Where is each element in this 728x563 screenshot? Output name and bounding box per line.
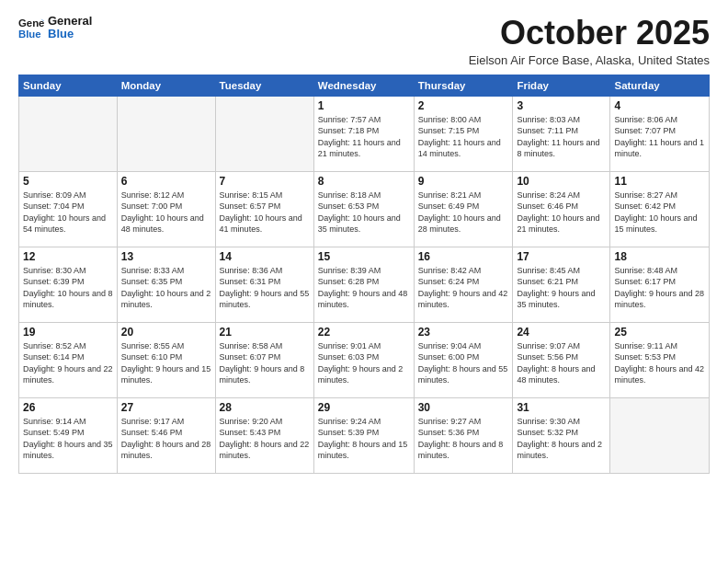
calendar-day-cell: 22Sunrise: 9:01 AMSunset: 6:03 PMDayligh… (313, 322, 414, 397)
weekday-header: Friday (513, 75, 610, 96)
day-number: 28 (220, 401, 310, 414)
calendar-day-cell: 12Sunrise: 8:30 AMSunset: 6:39 PMDayligh… (19, 247, 118, 322)
calendar-page: General Blue General Blue October 2025 E… (0, 0, 728, 563)
calendar-day-cell: 21Sunrise: 8:58 AMSunset: 6:07 PMDayligh… (215, 322, 313, 397)
day-number: 1 (318, 99, 410, 112)
weekday-header-row: SundayMondayTuesdayWednesdayThursdayFrid… (19, 75, 710, 96)
logo-blue: Blue (48, 28, 92, 40)
day-number: 2 (418, 99, 509, 112)
day-number: 4 (614, 99, 705, 112)
day-info: Sunrise: 8:55 AMSunset: 6:10 PMDaylight:… (121, 340, 211, 386)
day-info: Sunrise: 8:00 AMSunset: 7:15 PMDaylight:… (418, 114, 509, 160)
calendar-day-cell (610, 397, 710, 473)
day-number: 3 (517, 99, 606, 112)
calendar-day-cell (19, 96, 118, 171)
day-number: 29 (318, 401, 410, 414)
day-info: Sunrise: 9:27 AMSunset: 5:36 PMDaylight:… (418, 416, 509, 462)
day-info: Sunrise: 9:30 AMSunset: 5:32 PMDaylight:… (517, 416, 606, 462)
calendar-day-cell: 17Sunrise: 8:45 AMSunset: 6:21 PMDayligh… (513, 247, 610, 322)
calendar-week-row: 1Sunrise: 7:57 AMSunset: 7:18 PMDaylight… (19, 96, 710, 171)
calendar-table: SundayMondayTuesdayWednesdayThursdayFrid… (18, 75, 710, 474)
day-info: Sunrise: 8:06 AMSunset: 7:07 PMDaylight:… (614, 114, 705, 160)
day-info: Sunrise: 8:39 AMSunset: 6:28 PMDaylight:… (318, 265, 410, 311)
day-info: Sunrise: 8:24 AMSunset: 6:46 PMDaylight:… (517, 190, 606, 236)
calendar-title: October 2025 (469, 15, 710, 52)
weekday-header: Thursday (414, 75, 513, 96)
day-info: Sunrise: 8:21 AMSunset: 6:49 PMDaylight:… (418, 190, 509, 236)
calendar-week-row: 5Sunrise: 8:09 AMSunset: 7:04 PMDaylight… (19, 171, 710, 247)
day-info: Sunrise: 8:48 AMSunset: 6:17 PMDaylight:… (614, 265, 705, 311)
calendar-day-cell: 8Sunrise: 8:18 AMSunset: 6:53 PMDaylight… (313, 171, 414, 247)
day-number: 22 (318, 326, 410, 339)
day-number: 25 (614, 326, 705, 339)
day-info: Sunrise: 9:01 AMSunset: 6:03 PMDaylight:… (318, 340, 410, 386)
day-number: 14 (220, 250, 310, 263)
calendar-day-cell: 29Sunrise: 9:24 AMSunset: 5:39 PMDayligh… (313, 397, 414, 473)
logo: General Blue General Blue (18, 15, 92, 41)
calendar-day-cell: 13Sunrise: 8:33 AMSunset: 6:35 PMDayligh… (117, 247, 215, 322)
calendar-day-cell: 5Sunrise: 8:09 AMSunset: 7:04 PMDaylight… (19, 171, 118, 247)
day-info: Sunrise: 8:18 AMSunset: 6:53 PMDaylight:… (318, 190, 410, 236)
header: General Blue General Blue October 2025 E… (18, 15, 710, 67)
weekday-header: Tuesday (215, 75, 313, 96)
calendar-day-cell: 27Sunrise: 9:17 AMSunset: 5:46 PMDayligh… (117, 397, 215, 473)
title-block: October 2025 Eielson Air Force Base, Ala… (469, 15, 710, 67)
day-info: Sunrise: 8:12 AMSunset: 7:00 PMDaylight:… (121, 190, 211, 236)
day-info: Sunrise: 9:14 AMSunset: 5:49 PMDaylight:… (23, 416, 113, 462)
calendar-week-row: 19Sunrise: 8:52 AMSunset: 6:14 PMDayligh… (19, 322, 710, 397)
calendar-subtitle: Eielson Air Force Base, Alaska, United S… (469, 53, 710, 67)
calendar-day-cell: 6Sunrise: 8:12 AMSunset: 7:00 PMDaylight… (117, 171, 215, 247)
svg-text:General: General (18, 17, 44, 29)
calendar-day-cell: 25Sunrise: 9:11 AMSunset: 5:53 PMDayligh… (610, 322, 710, 397)
calendar-day-cell: 20Sunrise: 8:55 AMSunset: 6:10 PMDayligh… (117, 322, 215, 397)
day-info: Sunrise: 8:33 AMSunset: 6:35 PMDaylight:… (121, 265, 211, 311)
weekday-header: Wednesday (313, 75, 414, 96)
calendar-day-cell: 30Sunrise: 9:27 AMSunset: 5:36 PMDayligh… (414, 397, 513, 473)
day-number: 9 (418, 175, 509, 188)
calendar-day-cell: 23Sunrise: 9:04 AMSunset: 6:00 PMDayligh… (414, 322, 513, 397)
calendar-day-cell: 16Sunrise: 8:42 AMSunset: 6:24 PMDayligh… (414, 247, 513, 322)
day-number: 12 (23, 250, 113, 263)
day-info: Sunrise: 8:15 AMSunset: 6:57 PMDaylight:… (220, 190, 310, 236)
day-number: 11 (614, 175, 705, 188)
day-number: 31 (517, 401, 606, 414)
calendar-day-cell: 4Sunrise: 8:06 AMSunset: 7:07 PMDaylight… (610, 96, 710, 171)
calendar-day-cell: 24Sunrise: 9:07 AMSunset: 5:56 PMDayligh… (513, 322, 610, 397)
day-info: Sunrise: 7:57 AMSunset: 7:18 PMDaylight:… (318, 114, 410, 160)
calendar-day-cell: 31Sunrise: 9:30 AMSunset: 5:32 PMDayligh… (513, 397, 610, 473)
weekday-header: Saturday (610, 75, 710, 96)
calendar-day-cell: 14Sunrise: 8:36 AMSunset: 6:31 PMDayligh… (215, 247, 313, 322)
day-info: Sunrise: 9:20 AMSunset: 5:43 PMDaylight:… (220, 416, 310, 462)
day-number: 30 (418, 401, 509, 414)
day-number: 5 (23, 175, 113, 188)
day-number: 16 (418, 250, 509, 263)
calendar-day-cell: 15Sunrise: 8:39 AMSunset: 6:28 PMDayligh… (313, 247, 414, 322)
day-number: 24 (517, 326, 606, 339)
day-number: 13 (121, 250, 211, 263)
day-info: Sunrise: 8:42 AMSunset: 6:24 PMDaylight:… (418, 265, 509, 311)
day-number: 15 (318, 250, 410, 263)
day-info: Sunrise: 8:30 AMSunset: 6:39 PMDaylight:… (23, 265, 113, 311)
day-number: 26 (23, 401, 113, 414)
logo-general: General (48, 15, 92, 28)
day-info: Sunrise: 9:17 AMSunset: 5:46 PMDaylight:… (121, 416, 211, 462)
day-number: 10 (517, 175, 606, 188)
calendar-day-cell (215, 96, 313, 171)
weekday-header: Monday (117, 75, 215, 96)
day-number: 23 (418, 326, 509, 339)
day-number: 21 (220, 326, 310, 339)
day-number: 18 (614, 250, 705, 263)
calendar-day-cell: 9Sunrise: 8:21 AMSunset: 6:49 PMDaylight… (414, 171, 513, 247)
calendar-day-cell: 11Sunrise: 8:27 AMSunset: 6:42 PMDayligh… (610, 171, 710, 247)
day-number: 20 (121, 326, 211, 339)
weekday-header: Sunday (19, 75, 118, 96)
day-info: Sunrise: 9:04 AMSunset: 6:00 PMDaylight:… (418, 340, 509, 386)
day-info: Sunrise: 9:24 AMSunset: 5:39 PMDaylight:… (318, 416, 410, 462)
day-number: 19 (23, 326, 113, 339)
day-info: Sunrise: 8:45 AMSunset: 6:21 PMDaylight:… (517, 265, 606, 311)
calendar-day-cell: 18Sunrise: 8:48 AMSunset: 6:17 PMDayligh… (610, 247, 710, 322)
day-number: 7 (220, 175, 310, 188)
calendar-day-cell: 28Sunrise: 9:20 AMSunset: 5:43 PMDayligh… (215, 397, 313, 473)
svg-text:Blue: Blue (18, 29, 41, 40)
day-number: 27 (121, 401, 211, 414)
